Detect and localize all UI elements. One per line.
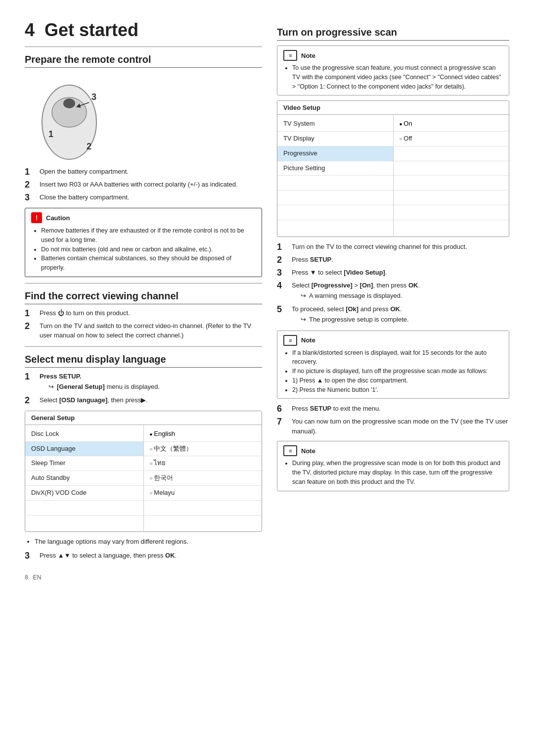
radio-empty-icon (150, 445, 154, 452)
step-item: 4 Select [Progressive] > [On], then pres… (277, 281, 509, 302)
setup-row: Melayu (144, 486, 262, 501)
step-text: Turn on the TV to the correct viewing ch… (292, 242, 467, 252)
setup-row: Progressive (277, 146, 393, 161)
setup-row (144, 501, 262, 516)
setup-row (394, 161, 509, 176)
remote-svg: 1 2 3 (25, 73, 124, 162)
step-item: 2 Turn on the TV and switch to the corre… (25, 321, 262, 340)
step-text: Close the battery compartment. (40, 192, 129, 202)
step-number: 2 (277, 255, 287, 265)
note-header: ≡ Note (283, 50, 503, 61)
step-item: 5 To proceed, select [Ok] and press OK. … (277, 304, 509, 326)
step-number: 6 (277, 404, 287, 414)
option-text: Melayu (154, 489, 175, 496)
step-number: 5 (277, 304, 287, 315)
setup-row: 한국어 (144, 471, 262, 486)
setup-row (394, 176, 509, 190)
page-lang: EN (33, 574, 42, 581)
note-box-1: ≡ Note To use the progressive scan featu… (277, 46, 509, 95)
step-number: 1 (277, 242, 287, 252)
note-header: ≡ Note (283, 335, 503, 346)
caution-list: Remove batteries if they are exhausted o… (41, 226, 256, 273)
setup-row: ไทย (144, 456, 262, 471)
setup-row: TV System (277, 117, 393, 132)
step-item: 2 Press SETUP. (277, 255, 509, 265)
note-icon: ≡ (283, 335, 297, 346)
step-number: 7 (277, 417, 287, 427)
option-text: 中文（繁體） (154, 445, 192, 452)
caution-box: ! Caution Remove batteries if they are e… (25, 208, 262, 277)
step-text: Press ▼ to select [Video Setup]. (292, 268, 387, 278)
step-sub: ↪ A warning message is displayed. (301, 291, 420, 301)
step-item: 7 You can now turn on the progressive sc… (277, 417, 509, 436)
setup-row (277, 220, 393, 235)
setup-row (394, 190, 509, 205)
page-footer: 8 EN (25, 574, 509, 581)
step-sub: ↪ [General Setup] menu is displayed. (48, 382, 160, 392)
step-sub-text: The progressive setup is complete. (309, 315, 409, 325)
setup-row (277, 176, 393, 190)
radio-empty-icon (150, 474, 154, 481)
caution-item: Do not mix batteries (old and new or car… (41, 245, 256, 254)
step-item: 1 Turn on the TV to the correct viewing … (277, 242, 509, 252)
option-text: 한국어 (154, 474, 173, 481)
setup-row (25, 516, 143, 530)
section-find-channel: Find the correct viewing channel (25, 290, 262, 304)
setup-row (394, 220, 509, 235)
setup-row: Disc Lock (25, 427, 143, 442)
chapter-number: 4 (25, 20, 35, 40)
svg-text:2: 2 (87, 142, 91, 151)
find-channel-steps: 1 Press ⏻ to turn on this product. 2 Tur… (25, 308, 262, 340)
step-number: 3 (277, 268, 287, 278)
language-steps: 1 Press SETUP. ↪ [General Setup] menu is… (25, 372, 262, 406)
setup-row (144, 516, 262, 530)
setup-left-col: Disc Lock OSD Language Sleep Timer Auto … (25, 425, 143, 532)
step-text: Press ⏻ to turn on this product. (40, 308, 130, 318)
note-item: During play, when the progressive scan m… (292, 459, 503, 486)
svg-text:1: 1 (48, 129, 53, 139)
divider (25, 346, 262, 347)
radio-empty-icon (150, 459, 154, 467)
note-icon: ≡ (283, 445, 297, 456)
video-setup-table: Video Setup TV System TV Display Progres… (277, 100, 509, 236)
option-text: ไทย (154, 459, 166, 467)
note-item: 1) Press ▲ to open the disc compartment. (292, 376, 503, 385)
step-number: 2 (25, 180, 35, 190)
note-box-3: ≡ Note During play, when the progressive… (277, 441, 509, 491)
step-text: Select [Progressive] > [On], then press … (292, 282, 420, 289)
section-progressive-scan: Turn on progressive scan (277, 27, 509, 41)
note-label: Note (301, 447, 315, 455)
right-column: Turn on progressive scan ≡ Note To use t… (277, 20, 509, 564)
note-list: To use the progressive scan feature, you… (292, 63, 503, 91)
step-item: 1 Press SETUP. ↪ [General Setup] menu is… (25, 372, 262, 393)
step-sub-text: A warning message is displayed. (309, 291, 402, 301)
step-item: 1 Open the battery compartment. (25, 167, 262, 177)
caution-item: Remove batteries if they are exhausted o… (41, 226, 256, 245)
section-select-language: Select menu display language (25, 354, 262, 368)
step-text: Open the battery compartment. (40, 167, 129, 177)
remote-illustration: 1 2 3 (25, 73, 124, 162)
setup-left-col: TV System TV Display Progressive Picture… (277, 115, 393, 236)
language-note: The language options may vary from diffe… (35, 537, 262, 547)
step-item: 1 Press ⏻ to turn on this product. (25, 308, 262, 319)
step-item: 3 Press ▲▼ to select a language, then pr… (25, 551, 262, 561)
step-number: 1 (25, 372, 35, 382)
step-number: 1 (25, 167, 35, 177)
svg-point-2 (63, 98, 75, 108)
step-text: You can now turn on the progressive scan… (292, 417, 509, 436)
step-text: Press SETUP to exit the menu. (292, 404, 381, 414)
note-item: If a blank/distorted screen is displayed… (292, 348, 503, 367)
step-text: Press SETUP. (40, 373, 81, 380)
prepare-steps: 1 Open the battery compartment. 2 Insert… (25, 167, 262, 203)
video-setup-header: Video Setup (277, 101, 509, 115)
step-item: 2 Select [OSD language], then press▶. (25, 395, 262, 406)
setup-row (394, 146, 509, 161)
step-number: 1 (25, 308, 35, 319)
note-list: If a blank/distorted screen is displayed… (292, 348, 503, 395)
setup-row (277, 205, 393, 220)
note-list: During play, when the progressive scan m… (292, 459, 503, 486)
setup-row: English (144, 427, 262, 442)
setup-row: DivX(R) VOD Code (25, 486, 143, 501)
setup-row (394, 205, 509, 220)
step-item: 3 Close the battery compartment. (25, 192, 262, 203)
